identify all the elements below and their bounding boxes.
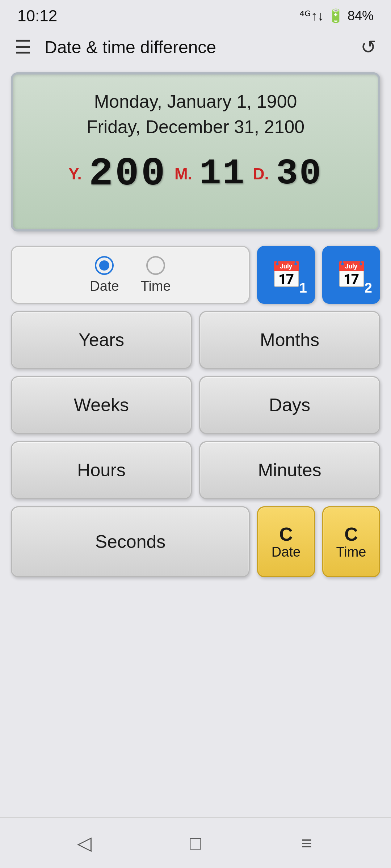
menu-icon[interactable]: ☰ xyxy=(14,36,31,58)
months-button[interactable]: Months xyxy=(199,311,380,369)
page-title: Date & time difference xyxy=(45,37,361,57)
controls: Date Time 📅 1 📅 2 Years Months Weeks Day xyxy=(0,242,391,588)
time-mode-option[interactable]: Time xyxy=(141,256,171,294)
history-icon[interactable]: ↺ xyxy=(361,36,377,58)
year-value: 200 xyxy=(89,154,167,194)
calendar2-num: 2 xyxy=(365,280,372,296)
clear-date-c: C xyxy=(279,525,293,544)
day-label: D. xyxy=(253,165,269,183)
display-panel: Monday, January 1, 1900 Friday, December… xyxy=(11,72,380,231)
days-button[interactable]: Days xyxy=(199,376,380,434)
seconds-button[interactable]: Seconds xyxy=(11,506,250,577)
mode-row: Date Time 📅 1 📅 2 xyxy=(11,246,380,304)
battery-icon: 🔋 xyxy=(328,8,344,24)
back-button[interactable]: ◁ xyxy=(66,829,102,858)
clear-date-label: Date xyxy=(272,545,300,559)
calendar2-button[interactable]: 📅 2 xyxy=(322,246,380,304)
date-radio[interactable] xyxy=(95,256,114,275)
date1-display: Monday, January 1, 1900 xyxy=(31,89,360,114)
clear-date-button[interactable]: C Date xyxy=(257,506,315,577)
battery-percent: 84% xyxy=(348,8,374,24)
bottom-row: Seconds C Date C Time xyxy=(11,506,380,577)
status-time: 10:12 xyxy=(17,7,57,25)
home-button[interactable]: □ xyxy=(177,829,214,858)
date2-display: Friday, December 31, 2100 xyxy=(31,114,360,140)
day-value: 30 xyxy=(276,156,323,192)
weeks-button[interactable]: Weeks xyxy=(11,376,192,434)
time-radio-label: Time xyxy=(141,278,171,294)
calendar1-icon: 📅 xyxy=(270,260,302,290)
calendar2-icon: 📅 xyxy=(336,260,367,290)
calendar1-num: 1 xyxy=(299,280,307,296)
recents-button[interactable]: ≡ xyxy=(289,829,325,858)
year-label: Y. xyxy=(68,165,82,183)
mode-selector: Date Time xyxy=(11,246,250,304)
clear-time-label: Time xyxy=(336,545,366,559)
month-value: 11 xyxy=(199,156,246,192)
date-radio-label: Date xyxy=(90,278,119,294)
top-bar: ☰ Date & time difference ↺ xyxy=(0,29,391,65)
nav-bar: ◁ □ ≡ xyxy=(0,817,391,868)
date-mode-option[interactable]: Date xyxy=(90,256,119,294)
clear-time-c: C xyxy=(344,525,358,544)
clear-time-button[interactable]: C Time xyxy=(322,506,380,577)
display-result: Y. 200 M. 11 D. 30 xyxy=(31,154,360,194)
time-radio[interactable] xyxy=(146,256,165,275)
month-label: M. xyxy=(175,165,192,183)
status-icons: ⁴ᴳ↑↓ 🔋 84% xyxy=(299,8,374,24)
hours-button[interactable]: Hours xyxy=(11,441,192,499)
display-dates: Monday, January 1, 1900 Friday, December… xyxy=(31,89,360,140)
signal-icon: ⁴ᴳ↑↓ xyxy=(299,8,324,24)
calendar1-button[interactable]: 📅 1 xyxy=(257,246,315,304)
minutes-button[interactable]: Minutes xyxy=(199,441,380,499)
status-bar: 10:12 ⁴ᴳ↑↓ 🔋 84% xyxy=(0,0,391,29)
calc-grid: Years Months Weeks Days Hours Minutes xyxy=(11,311,380,499)
years-button[interactable]: Years xyxy=(11,311,192,369)
